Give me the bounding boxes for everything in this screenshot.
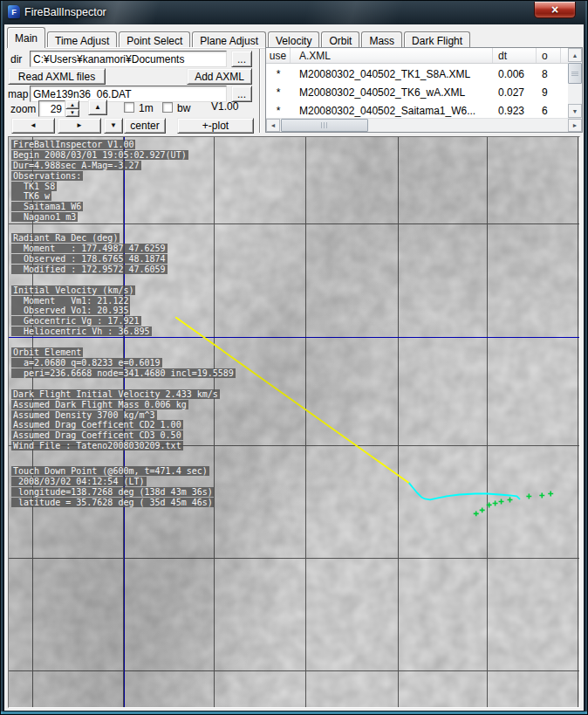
- horizontal-scroll-thumb[interactable]: [281, 119, 368, 132]
- vertical-scrollbar[interactable]: ▲ ▼: [568, 48, 582, 118]
- column-header-dt[interactable]: dt: [493, 48, 537, 63]
- tab-dark-flight[interactable]: Dark Flight: [404, 31, 470, 49]
- dir-input[interactable]: [30, 51, 227, 67]
- pan-right-button[interactable]: ►: [58, 118, 101, 134]
- horizontal-scrollbar[interactable]: ◄ ►: [266, 118, 582, 132]
- titlebar[interactable]: F FireBallInspector ×: [1, 1, 587, 24]
- close-button[interactable]: ×: [534, 2, 576, 18]
- pan-up-button[interactable]: ▲: [88, 100, 107, 115]
- cell-a.xml: M20080302_040502_TK6_wA.XML: [291, 86, 493, 99]
- checkbox-bw[interactable]: [162, 102, 173, 113]
- tab-time-adjust[interactable]: Time Adjust: [47, 31, 117, 49]
- vertical-scroll-thumb[interactable]: [568, 63, 582, 84]
- window-title: FireBallInspector: [24, 6, 106, 18]
- tab-velocity[interactable]: Velocity: [268, 31, 319, 49]
- down-arrow-icon: ▼: [70, 110, 75, 115]
- cell-use: *: [266, 68, 291, 80]
- tab-plane-adjust[interactable]: Plane Adjust: [192, 31, 266, 49]
- table-row[interactable]: *M20080302_040502_TK1_S8A.XML0.0068: [266, 65, 568, 83]
- zoom-spin-down-button[interactable]: ▼: [65, 109, 79, 118]
- zoom-input[interactable]: [38, 100, 65, 117]
- cell-a.xml: M20080302_040502_Saitama1_W6...: [291, 105, 493, 117]
- close-icon: ×: [551, 3, 558, 16]
- axml-file-list: useA.XMLdto *M20080302_040502_TK1_S8A.XM…: [265, 47, 583, 133]
- map-view[interactable]: FireBallInspector V1.00Begin 2008/03/01 …: [8, 136, 580, 708]
- left-arrow-icon: ◄: [30, 122, 37, 129]
- checkbox-bw-label: bw: [177, 102, 190, 114]
- dir-browse-button[interactable]: ...: [231, 51, 252, 67]
- cell-o: 9: [537, 86, 561, 99]
- up-arrow-icon: ▲: [94, 104, 101, 111]
- scroll-left-button[interactable]: ◄: [266, 119, 280, 132]
- dir-label: dir: [10, 53, 22, 65]
- tab-main[interactable]: Main: [7, 27, 45, 48]
- column-header-use[interactable]: use: [266, 48, 291, 63]
- center-button[interactable]: center: [124, 118, 166, 134]
- client-area: MainTime AdjustPoint SelectPlane AdjustV…: [4, 24, 584, 711]
- list-body: *M20080302_040502_TK1_S8A.XML0.0068*M200…: [266, 65, 568, 118]
- zoom-spin-up-button[interactable]: ▲: [65, 100, 79, 109]
- add-axml-button[interactable]: Add AXML: [187, 68, 252, 85]
- thumb-grip: [321, 122, 328, 128]
- map-noise-texture: [9, 137, 579, 707]
- scroll-right-button[interactable]: ►: [568, 119, 582, 132]
- pan-left-button[interactable]: ◄: [11, 118, 55, 134]
- checkbox-1m-label: 1m: [139, 102, 154, 114]
- zoom-spinner: ▲ ▼: [65, 100, 79, 117]
- column-header-o[interactable]: o: [537, 48, 561, 63]
- map-canvas[interactable]: [9, 137, 579, 707]
- tab-orbit[interactable]: Orbit: [321, 31, 359, 49]
- tab-point-select[interactable]: Point Select: [119, 31, 190, 49]
- thumb-grip: [571, 72, 578, 77]
- checkbox-1m[interactable]: [124, 102, 134, 113]
- cell-dt: 0.923: [493, 105, 537, 117]
- pan-down-button[interactable]: ▼: [104, 118, 123, 134]
- panel-divider: [259, 49, 261, 133]
- scroll-up-button[interactable]: ▲: [568, 48, 582, 62]
- column-header-a.xml[interactable]: A.XML: [291, 48, 493, 63]
- cell-a.xml: M20080302_040502_TK1_S8A.XML: [291, 68, 493, 80]
- map-label: map: [8, 88, 28, 100]
- app-icon: F: [8, 5, 20, 18]
- right-arrow-icon: ►: [76, 122, 83, 129]
- table-row[interactable]: *M20080302_040502_Saitama1_W6...0.9236: [266, 101, 568, 118]
- plot-button[interactable]: +-plot: [177, 118, 254, 134]
- cell-o: 6: [537, 105, 561, 117]
- cell-use: *: [266, 86, 291, 99]
- cell-use: *: [266, 105, 291, 117]
- zoom-label: zoom: [10, 103, 36, 115]
- down-arrow-icon: ▼: [110, 122, 117, 129]
- up-arrow-icon: ▲: [70, 102, 75, 107]
- app-window: F FireBallInspector × MainTime AdjustPoi…: [0, 0, 588, 715]
- table-row[interactable]: *M20080302_040502_TK6_wA.XML0.0279: [266, 83, 568, 101]
- cell-o: 8: [537, 68, 561, 80]
- cell-dt: 0.006: [493, 68, 537, 80]
- cell-dt: 0.027: [493, 86, 537, 99]
- app-icon-letter: F: [11, 8, 17, 17]
- scroll-down-button[interactable]: ▼: [568, 104, 582, 118]
- tab-bar: MainTime AdjustPoint SelectPlane AdjustV…: [7, 27, 581, 47]
- list-header-row: useA.XMLdto: [266, 48, 568, 64]
- read-axml-button[interactable]: Read AXML files: [8, 68, 106, 85]
- tab-mass[interactable]: Mass: [361, 31, 402, 49]
- version-label: V1.00: [211, 100, 238, 113]
